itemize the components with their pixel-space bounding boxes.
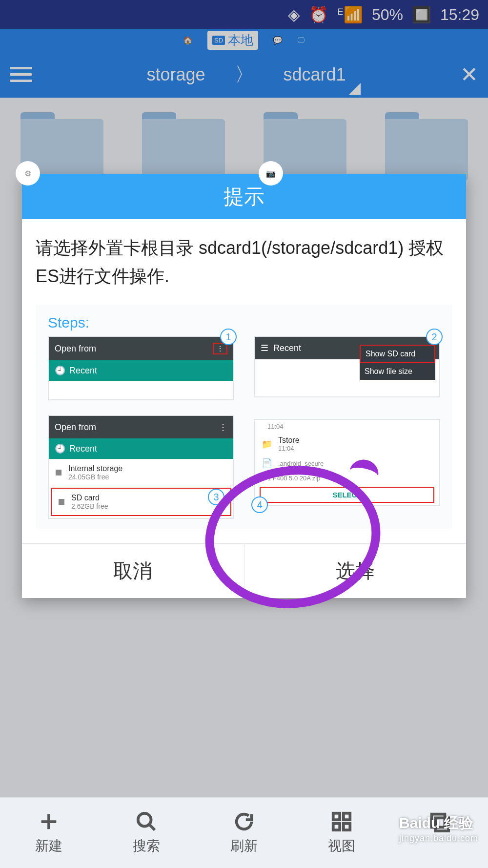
step-3: 3 Open from⋮ 🕘Recent Internal storage24.… [48,415,234,519]
dialog-message: 请选择外置卡根目录 sdcard1(/storage/sdcard1) 授权ES… [36,234,452,290]
new-button[interactable]: 新建 [0,810,98,855]
refresh-button[interactable]: 刷新 [195,810,293,855]
svg-rect-3 [333,824,340,830]
select-button[interactable]: 选择 [244,544,467,598]
permission-dialog: 提示 请选择外置卡根目录 sdcard1(/storage/sdcard1) 授… [22,174,466,598]
svg-rect-4 [344,824,350,830]
dialog-title: 提示 [22,174,466,219]
watermark: Baidu 经验 jingyan.baidu.com [399,813,478,844]
camera-icon: 📷 [259,161,283,186]
svg-rect-2 [344,813,350,820]
step-1: 1 Open from⋮ 🕘Recent [48,336,234,400]
search-button[interactable]: 搜索 [98,810,195,855]
svg-rect-1 [333,813,340,820]
gear-icon: ⚙ [16,161,40,186]
steps-label: Steps: [48,314,440,331]
step-4: 4 11:04 📁Tstore11:04 📄.android_secure 1 … [254,415,440,519]
step-2: 2 ☰Recent Show SD card Show file size [254,336,440,400]
view-button[interactable]: 视图 [293,810,390,855]
svg-point-0 [138,813,151,827]
cancel-button[interactable]: 取消 [22,544,244,598]
